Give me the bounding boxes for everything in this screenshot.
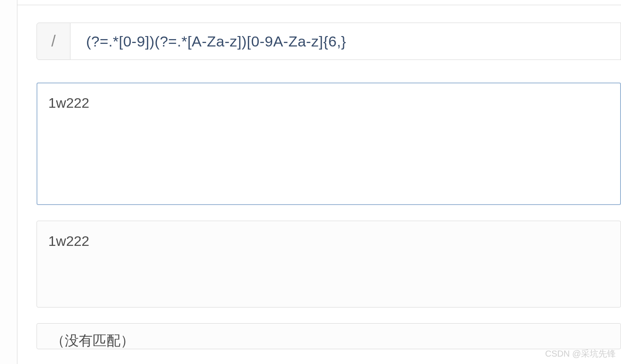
no-match-box: （没有匹配）	[37, 323, 621, 349]
main-content: / (?=.*[0-9])(?=.*[A-Za-z])[0-9A-Za-z]{6…	[17, 5, 621, 364]
regex-pattern-input[interactable]: (?=.*[0-9])(?=.*[A-Za-z])[0-9A-Za-z]{6,}	[70, 23, 621, 60]
test-string-input[interactable]: 1w222	[37, 83, 621, 205]
watermark: CSDN @采坑先锋	[545, 348, 616, 360]
left-rail	[0, 0, 17, 364]
regex-row: / (?=.*[0-9])(?=.*[A-Za-z])[0-9A-Za-z]{6…	[37, 23, 621, 60]
match-result-box: 1w222	[37, 221, 621, 308]
top-divider	[17, 0, 621, 5]
regex-delimiter[interactable]: /	[37, 23, 70, 60]
